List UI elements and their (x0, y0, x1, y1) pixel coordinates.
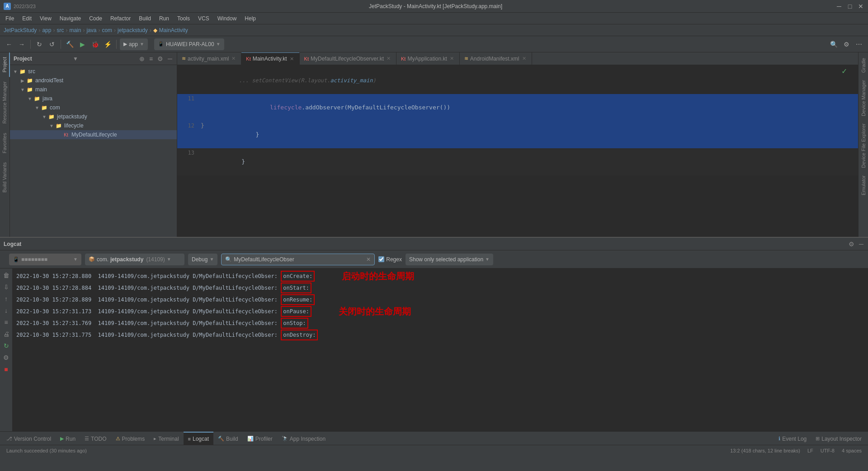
tab-layout-inspector[interactable]: ⊞ Layout Inspector (811, 432, 866, 445)
menu-navigate[interactable]: Navigate (56, 14, 85, 23)
tab-profiler[interactable]: 📊 Profiler (243, 432, 277, 445)
menu-view[interactable]: View (36, 14, 55, 23)
tab-build[interactable]: 🔨 Build (213, 432, 243, 445)
tree-item-mydefaultlifecycle[interactable]: Kt MyDefaultLifecycle (10, 130, 177, 139)
tab-close-1[interactable]: ✕ (231, 56, 236, 61)
build-button[interactable]: 🔨 (64, 39, 75, 50)
menu-refactor[interactable]: Refactor (107, 14, 134, 23)
close-button[interactable]: ✕ (857, 3, 864, 10)
project-settings-icon[interactable]: ⚙ (156, 54, 164, 63)
menu-tools[interactable]: Tools (174, 14, 193, 23)
tab-event-log[interactable]: ℹ Event Log (774, 432, 811, 445)
menu-code[interactable]: Code (85, 14, 106, 23)
logcat-clear-icon[interactable]: 🗑 (1, 270, 11, 280)
status-indent[interactable]: 4 spaces (839, 448, 864, 453)
maximize-button[interactable]: □ (846, 3, 854, 10)
project-scope-icon[interactable]: ⊕ (138, 54, 146, 63)
logcat-refresh-icon[interactable]: ↻ (1, 341, 11, 351)
logcat-filter-icon[interactable]: ≡ (1, 317, 11, 327)
tab-myapplication-kt[interactable]: Kt MyApplication.kt ✕ (396, 52, 460, 65)
more-button[interactable]: ⋯ (854, 39, 864, 50)
breadcrumb-java[interactable]: java (86, 27, 96, 33)
logcat-regex-option[interactable]: Regex (378, 256, 402, 263)
logcat-minimize-icon[interactable]: ─ (858, 240, 864, 249)
tab-version-control[interactable]: ⎇ Version Control (2, 432, 56, 445)
breadcrumb-jetpackstudy[interactable]: jetpackstudy (118, 27, 148, 33)
menu-build[interactable]: Build (135, 14, 155, 23)
logcat-show-only-dropdown[interactable]: Show only selected application ▼ (406, 254, 493, 265)
tab-app-inspection[interactable]: 🔭 App Inspection (277, 432, 330, 445)
tree-item-java[interactable]: ▼ 📁 java (10, 94, 177, 103)
build-variants-tab[interactable]: Build Variants (0, 158, 10, 197)
logcat-scroll-icon[interactable]: ⇩ (1, 282, 11, 292)
right-sidebar-device-file[interactable]: Device File Explorer (861, 120, 866, 171)
logcat-device-dropdown[interactable]: 📱 ■■■■■■■■ ▼ (9, 254, 81, 265)
tab-androidmanifest-xml[interactable]: ≋ AndroidManifest.xml ✕ (460, 52, 532, 65)
tree-item-jetpackstudy[interactable]: ▼ 📁 jetpackstudy (10, 112, 177, 121)
tab-close-4[interactable]: ✕ (450, 56, 454, 61)
breadcrumb-app[interactable]: app (42, 27, 51, 33)
breadcrumb-com[interactable]: com (102, 27, 112, 33)
run-config-dropdown[interactable]: ▶ app ▼ (120, 38, 148, 50)
debug-button[interactable]: 🐞 (90, 39, 100, 50)
resource-manager-tab[interactable]: Resource Manager (0, 77, 10, 128)
search-button[interactable]: 🔍 (828, 39, 839, 50)
tab-mainactivity-kt[interactable]: Kt MainActivity.kt ✕ (241, 52, 299, 65)
tree-item-lifecycle[interactable]: ▼ 📁 lifecycle (10, 121, 177, 130)
project-sort-icon[interactable]: ≡ (148, 54, 154, 63)
tree-item-main[interactable]: ▼ 📁 main (10, 85, 177, 94)
tree-item-com[interactable]: ▼ 📁 com (10, 103, 177, 112)
breadcrumb-mainactivity[interactable]: MainActivity (159, 27, 188, 33)
tab-todo[interactable]: ☰ TODO (80, 432, 111, 445)
tree-item-src[interactable]: ▼ 📁 src (10, 67, 177, 76)
logcat-stop-icon[interactable]: ■ (1, 364, 11, 374)
tree-item-androidtest[interactable]: ▶ 📁 androidTest (10, 76, 177, 85)
menu-run[interactable]: Run (156, 14, 173, 23)
tab-close-2[interactable]: ✕ (290, 56, 294, 62)
right-sidebar-device-manager[interactable]: Device Manager (861, 76, 866, 120)
breadcrumb-main[interactable]: main (69, 27, 81, 33)
logcat-regex-checkbox[interactable] (378, 256, 384, 262)
tab-close-5[interactable]: ✕ (522, 56, 526, 61)
breadcrumb-src[interactable]: src (57, 27, 64, 33)
favorites-tab[interactable]: Favorites (0, 128, 10, 158)
logcat-search-input[interactable] (234, 256, 366, 263)
settings-button[interactable]: ⚙ (841, 39, 852, 50)
undo-button[interactable]: ↺ (47, 39, 57, 50)
status-encoding[interactable]: UTF-8 (818, 448, 837, 453)
menu-file[interactable]: File (2, 14, 18, 23)
logcat-search-box[interactable]: 🔍 ✕ (221, 254, 375, 265)
right-sidebar-gradle[interactable]: Gradle (861, 54, 866, 76)
right-sidebar-emulator[interactable]: Emulator (861, 172, 866, 199)
refresh-button[interactable]: ↻ (34, 39, 45, 50)
tab-problems[interactable]: ⚠ Problems (111, 432, 150, 445)
logcat-level-dropdown[interactable]: Debug ▼ (188, 254, 217, 265)
logcat-settings-icon[interactable]: ⚙ (848, 240, 855, 249)
status-linesep[interactable]: LF (805, 448, 816, 453)
tab-close-3[interactable]: ✕ (387, 56, 391, 61)
back-button[interactable]: ← (4, 39, 14, 50)
project-minimize-icon[interactable]: ─ (167, 54, 173, 63)
tab-activity-main-xml[interactable]: ≋ activity_main.xml ✕ (177, 52, 241, 65)
project-dropdown[interactable]: ▼ (73, 56, 78, 62)
menu-edit[interactable]: Edit (19, 14, 35, 23)
profile-button[interactable]: ⚡ (102, 39, 113, 50)
tab-terminal[interactable]: ▸ Terminal (149, 432, 183, 445)
tab-logcat[interactable]: ≡ Logcat (184, 432, 213, 445)
status-position[interactable]: 13:2 (418 chars, 12 line breaks) (727, 448, 803, 453)
logcat-package-dropdown[interactable]: 📦 com.jetpackstudy (14109) ▼ (85, 254, 184, 265)
menu-window[interactable]: Window (214, 14, 241, 23)
logcat-up-icon[interactable]: ↑ (1, 294, 11, 304)
logcat-print-icon[interactable]: 🖨 (1, 329, 11, 339)
breadcrumb-project[interactable]: JetPackStudy (4, 27, 37, 33)
logcat-search-clear[interactable]: ✕ (366, 256, 371, 263)
tab-mydefaultlifecycleobserver[interactable]: Kt MyDefaultLifecycleObserver.kt ✕ (300, 52, 396, 65)
forward-button[interactable]: → (16, 39, 27, 50)
project-panel-tab[interactable]: Project (0, 52, 10, 77)
logcat-settings2-icon[interactable]: ⚙ (1, 353, 11, 363)
tab-run[interactable]: ▶ Run (56, 432, 80, 445)
minimize-button[interactable]: ─ (835, 3, 843, 10)
device-dropdown[interactable]: 📱 HUAWEI PAR-AL00 ▼ (154, 38, 224, 50)
menu-vcs[interactable]: VCS (194, 14, 213, 23)
run-button[interactable]: ▶ (77, 39, 88, 50)
